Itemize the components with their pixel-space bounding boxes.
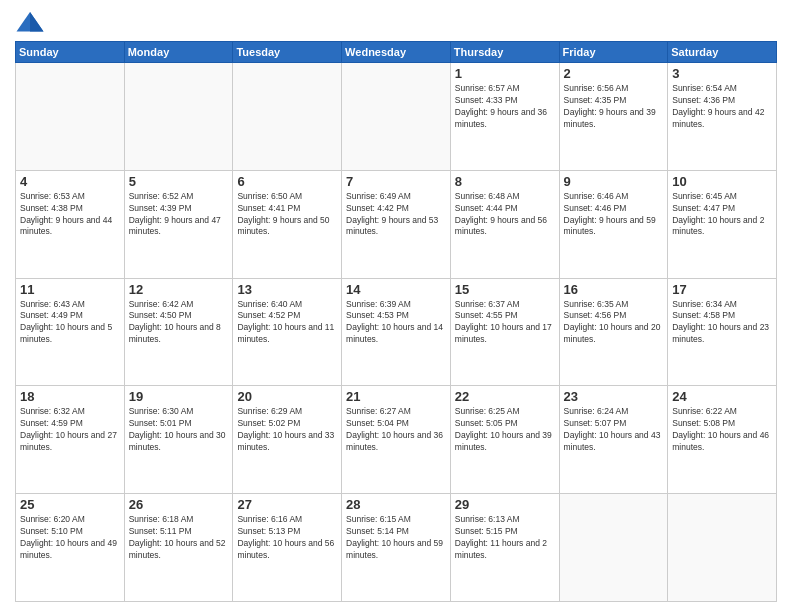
calendar-cell: 25 Sunrise: 6:20 AM Sunset: 5:10 PM Dayl… (16, 494, 125, 602)
day-number: 24 (672, 389, 772, 404)
day-number: 15 (455, 282, 555, 297)
calendar-cell (668, 494, 777, 602)
day-number: 22 (455, 389, 555, 404)
weekday-header-thursday: Thursday (450, 42, 559, 63)
cell-text: Sunrise: 6:54 AM Sunset: 4:36 PM Dayligh… (672, 83, 772, 131)
calendar-cell: 4 Sunrise: 6:53 AM Sunset: 4:38 PM Dayli… (16, 170, 125, 278)
cell-text: Sunrise: 6:35 AM Sunset: 4:56 PM Dayligh… (564, 299, 664, 347)
calendar-cell: 13 Sunrise: 6:40 AM Sunset: 4:52 PM Dayl… (233, 278, 342, 386)
cell-text: Sunrise: 6:39 AM Sunset: 4:53 PM Dayligh… (346, 299, 446, 347)
day-number: 25 (20, 497, 120, 512)
calendar-table: SundayMondayTuesdayWednesdayThursdayFrid… (15, 41, 777, 602)
weekday-header-saturday: Saturday (668, 42, 777, 63)
calendar-cell: 23 Sunrise: 6:24 AM Sunset: 5:07 PM Dayl… (559, 386, 668, 494)
calendar-cell: 26 Sunrise: 6:18 AM Sunset: 5:11 PM Dayl… (124, 494, 233, 602)
cell-text: Sunrise: 6:50 AM Sunset: 4:41 PM Dayligh… (237, 191, 337, 239)
cell-text: Sunrise: 6:25 AM Sunset: 5:05 PM Dayligh… (455, 406, 555, 454)
cell-text: Sunrise: 6:18 AM Sunset: 5:11 PM Dayligh… (129, 514, 229, 562)
cell-text: Sunrise: 6:24 AM Sunset: 5:07 PM Dayligh… (564, 406, 664, 454)
header (15, 10, 777, 35)
calendar-cell (342, 63, 451, 171)
calendar-header: SundayMondayTuesdayWednesdayThursdayFrid… (16, 42, 777, 63)
calendar-cell: 5 Sunrise: 6:52 AM Sunset: 4:39 PM Dayli… (124, 170, 233, 278)
day-number: 3 (672, 66, 772, 81)
calendar-cell (233, 63, 342, 171)
cell-text: Sunrise: 6:22 AM Sunset: 5:08 PM Dayligh… (672, 406, 772, 454)
calendar-cell: 6 Sunrise: 6:50 AM Sunset: 4:41 PM Dayli… (233, 170, 342, 278)
logo (15, 10, 48, 35)
calendar-cell: 11 Sunrise: 6:43 AM Sunset: 4:49 PM Dayl… (16, 278, 125, 386)
day-number: 7 (346, 174, 446, 189)
calendar-cell: 9 Sunrise: 6:46 AM Sunset: 4:46 PM Dayli… (559, 170, 668, 278)
cell-text: Sunrise: 6:16 AM Sunset: 5:13 PM Dayligh… (237, 514, 337, 562)
calendar-cell: 19 Sunrise: 6:30 AM Sunset: 5:01 PM Dayl… (124, 386, 233, 494)
day-number: 8 (455, 174, 555, 189)
cell-text: Sunrise: 6:30 AM Sunset: 5:01 PM Dayligh… (129, 406, 229, 454)
calendar-cell: 3 Sunrise: 6:54 AM Sunset: 4:36 PM Dayli… (668, 63, 777, 171)
day-number: 5 (129, 174, 229, 189)
cell-text: Sunrise: 6:13 AM Sunset: 5:15 PM Dayligh… (455, 514, 555, 562)
calendar-cell: 22 Sunrise: 6:25 AM Sunset: 5:05 PM Dayl… (450, 386, 559, 494)
day-number: 21 (346, 389, 446, 404)
calendar-cell: 15 Sunrise: 6:37 AM Sunset: 4:55 PM Dayl… (450, 278, 559, 386)
weekday-header-monday: Monday (124, 42, 233, 63)
calendar-cell: 20 Sunrise: 6:29 AM Sunset: 5:02 PM Dayl… (233, 386, 342, 494)
calendar-cell: 8 Sunrise: 6:48 AM Sunset: 4:44 PM Dayli… (450, 170, 559, 278)
day-number: 20 (237, 389, 337, 404)
calendar-week-2: 4 Sunrise: 6:53 AM Sunset: 4:38 PM Dayli… (16, 170, 777, 278)
day-number: 28 (346, 497, 446, 512)
logo-icon (15, 10, 45, 35)
calendar-cell (559, 494, 668, 602)
calendar-cell: 10 Sunrise: 6:45 AM Sunset: 4:47 PM Dayl… (668, 170, 777, 278)
weekday-header-row: SundayMondayTuesdayWednesdayThursdayFrid… (16, 42, 777, 63)
calendar-cell: 27 Sunrise: 6:16 AM Sunset: 5:13 PM Dayl… (233, 494, 342, 602)
cell-text: Sunrise: 6:49 AM Sunset: 4:42 PM Dayligh… (346, 191, 446, 239)
day-number: 9 (564, 174, 664, 189)
day-number: 12 (129, 282, 229, 297)
cell-text: Sunrise: 6:43 AM Sunset: 4:49 PM Dayligh… (20, 299, 120, 347)
calendar-cell (16, 63, 125, 171)
day-number: 10 (672, 174, 772, 189)
day-number: 6 (237, 174, 337, 189)
calendar-cell: 7 Sunrise: 6:49 AM Sunset: 4:42 PM Dayli… (342, 170, 451, 278)
cell-text: Sunrise: 6:46 AM Sunset: 4:46 PM Dayligh… (564, 191, 664, 239)
page: SundayMondayTuesdayWednesdayThursdayFrid… (0, 0, 792, 612)
calendar-cell: 18 Sunrise: 6:32 AM Sunset: 4:59 PM Dayl… (16, 386, 125, 494)
cell-text: Sunrise: 6:52 AM Sunset: 4:39 PM Dayligh… (129, 191, 229, 239)
calendar-cell: 12 Sunrise: 6:42 AM Sunset: 4:50 PM Dayl… (124, 278, 233, 386)
day-number: 1 (455, 66, 555, 81)
cell-text: Sunrise: 6:32 AM Sunset: 4:59 PM Dayligh… (20, 406, 120, 454)
weekday-header-sunday: Sunday (16, 42, 125, 63)
day-number: 11 (20, 282, 120, 297)
cell-text: Sunrise: 6:34 AM Sunset: 4:58 PM Dayligh… (672, 299, 772, 347)
day-number: 4 (20, 174, 120, 189)
calendar-cell: 28 Sunrise: 6:15 AM Sunset: 5:14 PM Dayl… (342, 494, 451, 602)
cell-text: Sunrise: 6:42 AM Sunset: 4:50 PM Dayligh… (129, 299, 229, 347)
cell-text: Sunrise: 6:15 AM Sunset: 5:14 PM Dayligh… (346, 514, 446, 562)
day-number: 13 (237, 282, 337, 297)
day-number: 18 (20, 389, 120, 404)
day-number: 16 (564, 282, 664, 297)
cell-text: Sunrise: 6:57 AM Sunset: 4:33 PM Dayligh… (455, 83, 555, 131)
day-number: 14 (346, 282, 446, 297)
day-number: 23 (564, 389, 664, 404)
calendar-week-5: 25 Sunrise: 6:20 AM Sunset: 5:10 PM Dayl… (16, 494, 777, 602)
cell-text: Sunrise: 6:48 AM Sunset: 4:44 PM Dayligh… (455, 191, 555, 239)
calendar-cell (124, 63, 233, 171)
day-number: 27 (237, 497, 337, 512)
calendar-cell: 17 Sunrise: 6:34 AM Sunset: 4:58 PM Dayl… (668, 278, 777, 386)
calendar-week-1: 1 Sunrise: 6:57 AM Sunset: 4:33 PM Dayli… (16, 63, 777, 171)
day-number: 29 (455, 497, 555, 512)
cell-text: Sunrise: 6:56 AM Sunset: 4:35 PM Dayligh… (564, 83, 664, 131)
calendar-cell: 1 Sunrise: 6:57 AM Sunset: 4:33 PM Dayli… (450, 63, 559, 171)
calendar-cell: 29 Sunrise: 6:13 AM Sunset: 5:15 PM Dayl… (450, 494, 559, 602)
cell-text: Sunrise: 6:29 AM Sunset: 5:02 PM Dayligh… (237, 406, 337, 454)
calendar-cell: 24 Sunrise: 6:22 AM Sunset: 5:08 PM Dayl… (668, 386, 777, 494)
calendar-body: 1 Sunrise: 6:57 AM Sunset: 4:33 PM Dayli… (16, 63, 777, 602)
weekday-header-tuesday: Tuesday (233, 42, 342, 63)
cell-text: Sunrise: 6:53 AM Sunset: 4:38 PM Dayligh… (20, 191, 120, 239)
cell-text: Sunrise: 6:20 AM Sunset: 5:10 PM Dayligh… (20, 514, 120, 562)
calendar-cell: 2 Sunrise: 6:56 AM Sunset: 4:35 PM Dayli… (559, 63, 668, 171)
cell-text: Sunrise: 6:37 AM Sunset: 4:55 PM Dayligh… (455, 299, 555, 347)
day-number: 2 (564, 66, 664, 81)
